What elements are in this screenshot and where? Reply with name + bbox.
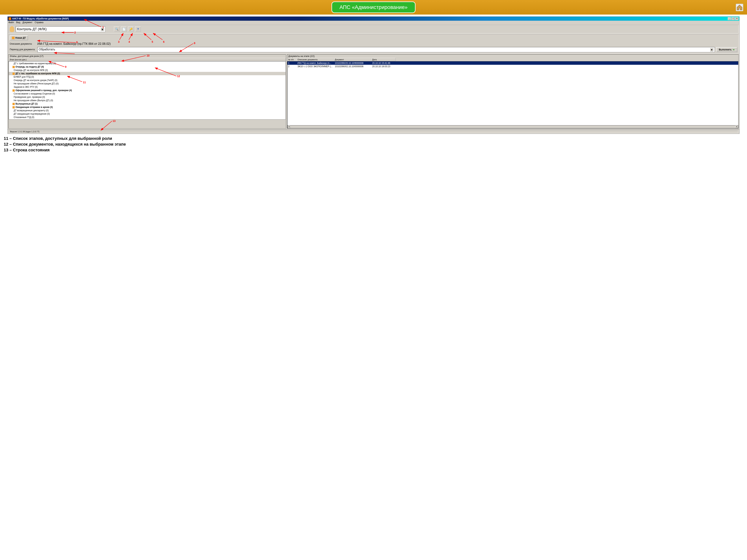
stage-item[interactable]: Очередь на подачу ДТ (4) [9, 65, 286, 69]
stage-item[interactable]: ДТ возвращенные декларанту (0) [9, 109, 286, 112]
stage-item[interactable]: Не прошедшие обмен (Выпуск ДТ) (0) [9, 99, 286, 102]
stage-item[interactable]: БУФЕР для ПТД (0) [9, 75, 286, 79]
cell-desc: ИМ-ГТД на компл. Байконур (п... [297, 61, 334, 65]
stage-item[interactable]: ДТ с требованиями на корректировку (0) [9, 62, 286, 65]
annotation-8: 8 [76, 41, 78, 44]
new-dt-label: Новая ДТ [15, 36, 26, 39]
footer-line-13: 13 – Строка состояния [4, 147, 743, 153]
annotation-2: 2 [74, 31, 76, 34]
transition-label: Переход для документа: [10, 48, 36, 51]
cell-date: 20.10.10 18:03:23 [371, 65, 396, 68]
stage-item[interactable]: ДТ ожидающие подтверждения (0) [9, 112, 286, 115]
cell-n: 1 [287, 61, 297, 65]
sub-toolbar: Новая ДТ Описание документа: ИМ-ГТД на к… [8, 34, 739, 54]
col-number[interactable]: № п/п [287, 58, 297, 61]
toolbar: Контроль ДТ (ФЛК) ▾ 🔍 📄 🔑 ? [8, 25, 739, 33]
slide-title-box: АПС «Администрирование» [332, 1, 416, 13]
stage-item[interactable]: Отказанные ГТД (0) [9, 115, 286, 119]
annotation-9b: 9 [65, 65, 67, 68]
stage-item[interactable]: Проведение доп. проверки (0) [9, 96, 286, 99]
chevron-down-icon[interactable]: ▾ [710, 48, 713, 52]
execute-button[interactable]: Выполнить ➪ [716, 47, 737, 52]
role-combobox[interactable]: Контроль ДТ (ФЛК) ▾ [16, 26, 105, 32]
new-dt-button[interactable]: Новая ДТ [10, 35, 28, 40]
role-value: Контроль ДТ (ФЛК) [17, 27, 47, 31]
annotation-10: 10 [147, 54, 150, 57]
stages-panel: Этапы, доступные для роли (17) Этап (кол… [8, 54, 286, 129]
user-icon [10, 26, 14, 32]
cell-date: 20.10.10 15:41:46 [371, 61, 396, 65]
stage-item[interactable]: Очередь ДТ на контроле докум.(ТиНР) (0) [9, 79, 286, 82]
desc-value: ИМ-ГТД на компл. Байконур (пр.ГТК 884 от… [37, 42, 111, 46]
app-window: АИСТ-М - ПЗ Модуль обработки документов … [7, 17, 740, 134]
stage-item[interactable]: ДТ с тех. ошибками на контроле ФЛК (2) [9, 72, 286, 75]
home-icon[interactable] [736, 4, 743, 11]
titlebar: АИСТ-М - ПЗ Модуль обработки документов … [8, 17, 739, 21]
stage-item[interactable]: Выпущенные ДТ (1) [9, 102, 286, 105]
documents-table-body[interactable]: 1ИМ-ГТД на компл. Байконур (п...10102090… [287, 61, 739, 128]
cell-n: 2 [287, 65, 297, 68]
statusbar: Версия 1.3.1.59 [ядро 1.2.0.77] [8, 129, 739, 134]
annotation-3: 3 [118, 40, 120, 43]
footer-line-11: 11 – Список этапов, доступных для выбран… [4, 136, 743, 141]
app-icon [8, 17, 11, 20]
help-icon[interactable]: ? [135, 27, 141, 32]
stage-item[interactable]: Не прошедшие обмен (Регистрация ДТ) (0) [9, 82, 286, 85]
menu-document[interactable]: Документ [22, 21, 32, 24]
menubar: Файл Вид Документ Справка [8, 21, 739, 24]
menu-file[interactable]: Файл [8, 21, 14, 24]
desc-label: Описание документа: [10, 43, 36, 45]
stage-item[interactable]: Оформление решений о провед. доп. провер… [9, 89, 286, 92]
cell-doc: 10102090/02.10.10/0000006 [334, 65, 371, 68]
status-empty [43, 130, 738, 133]
annotation-5: 5 [152, 40, 153, 43]
slide-header: АПС «Администрирование» [0, 0, 747, 15]
stage-item[interactable]: Ожидающие отправки в архив (3) [9, 105, 286, 109]
menu-view[interactable]: Вид [16, 21, 20, 24]
properties-icon[interactable]: 📄 [121, 27, 127, 32]
scroll-left-icon[interactable]: ◂ [288, 126, 290, 128]
annotation-4: 4 [128, 40, 130, 43]
table-row[interactable]: 1ИМ-ГТД на компл. Байконур (п...10102090… [287, 61, 738, 65]
minimize-button[interactable]: _ [728, 17, 731, 20]
transition-value: Обработать [38, 48, 55, 52]
annotation-11: 11 [83, 81, 86, 84]
cell-doc: 10102090/20.10.10/9000008 [334, 61, 371, 65]
stage-item[interactable]: Задания в ЭКС РТУ (0) [9, 85, 286, 89]
slide-title: АПС «Администрирование» [339, 4, 408, 10]
horizontal-scrollbar[interactable]: ◂ ▸ [287, 125, 738, 128]
col-document[interactable]: Документ [334, 58, 371, 61]
documents-panel-title: Документы на этапе (2/2) [287, 54, 739, 58]
annotation-1: 1 [102, 26, 104, 29]
col-date[interactable]: Дата [371, 58, 395, 61]
menu-help[interactable]: Справка [34, 21, 43, 24]
key-icon[interactable]: 🔑 [128, 27, 134, 32]
arrow-right-icon: ➪ [733, 48, 735, 51]
documents-table-header: № п/п Описание документа Документ Дата [287, 58, 739, 61]
col-description[interactable]: Описание документа [297, 58, 334, 61]
stages-column-header: Этап (кол-во док.) [8, 58, 286, 61]
annotation-9a: 9 [194, 42, 195, 45]
annotation-13: 13 [112, 119, 115, 123]
scroll-track[interactable] [290, 126, 735, 128]
binoculars-icon[interactable]: 🔍 [114, 27, 120, 32]
cell-desc: ЭК10 т.-1 ООО ЭКОПОЛИМЕР (... [297, 65, 334, 68]
window-title: АИСТ-М - ПЗ Модуль обработки документов … [12, 17, 728, 20]
table-row[interactable]: 2ЭК10 т.-1 ООО ЭКОПОЛИМЕР (...10102090/0… [287, 65, 738, 68]
close-button[interactable]: × [735, 17, 739, 20]
footer-legend: 11 – Список этапов, доступных для выбран… [4, 136, 743, 153]
maximize-button[interactable]: □ [731, 17, 735, 20]
documents-panel: Документы на этапе (2/2) № п/п Описание … [287, 54, 739, 129]
transition-combobox[interactable]: Обработать ▾ [37, 47, 715, 52]
annotation-6: 6 [163, 40, 164, 43]
stage-item[interactable]: Согласование с координир.Отделом (0) [9, 92, 286, 96]
execute-label: Выполнить [719, 48, 732, 51]
document-new-icon [12, 36, 15, 39]
footer-line-12: 12 – Список документов, находящихся на в… [4, 141, 743, 147]
annotation-12: 12 [177, 75, 180, 78]
stages-tree[interactable]: ДТ с требованиями на корректировку (0)Оч… [8, 61, 286, 119]
scroll-right-icon[interactable]: ▸ [735, 126, 738, 128]
stage-item[interactable]: Очередь ДТ на контроле ФЛК (0) [9, 69, 286, 72]
status-version: Версия 1.3.1.59 [ядро 1.2.0.77] [9, 130, 43, 133]
